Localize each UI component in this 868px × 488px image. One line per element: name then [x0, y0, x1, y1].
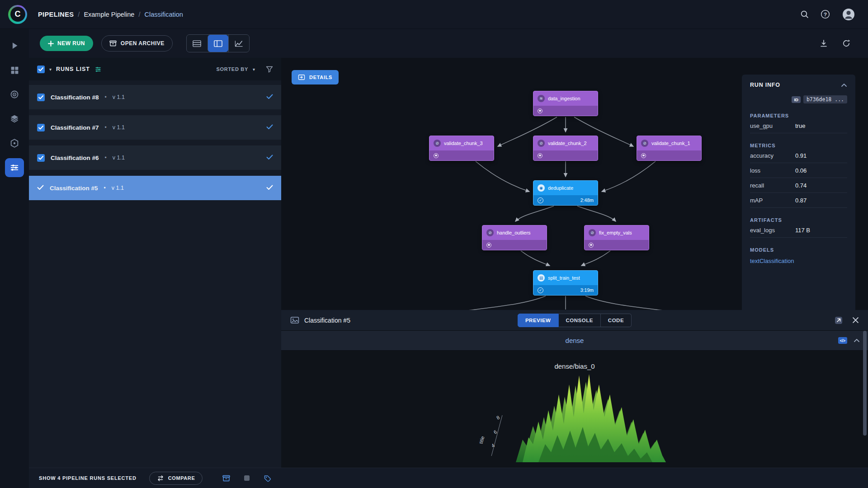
- data-ingestion-icon: ≋: [538, 95, 545, 102]
- run-checkbox[interactable]: [37, 154, 45, 162]
- new-run-button[interactable]: NEW RUN: [40, 36, 93, 51]
- help-icon[interactable]: ?: [821, 9, 830, 19]
- svg-text:?: ?: [824, 12, 827, 17]
- run-id-row: ID b736de18 ...: [750, 95, 847, 103]
- details-panel-icon: [298, 74, 305, 80]
- run-row-classification-8[interactable]: Classification #8 • v 1.1: [29, 85, 281, 109]
- nav-models-icon[interactable]: [5, 134, 24, 153]
- metric-group-header[interactable]: dense </>: [281, 331, 868, 351]
- nav-rail: [0, 29, 29, 488]
- logo-letter: C: [10, 7, 25, 22]
- plot-area[interactable]: dense/bias_0 8 6 4 title: [281, 351, 868, 468]
- bullet-separator: •: [105, 94, 107, 100]
- breadcrumb-project[interactable]: Example Pipeline: [84, 11, 134, 18]
- run-status-check-icon: [266, 123, 273, 131]
- dag-node-data-ingestion[interactable]: ≋data_ingestion: [533, 91, 598, 116]
- model-link[interactable]: textClassification: [750, 258, 847, 264]
- breadcrumb-separator: /: [138, 11, 140, 18]
- run-row-classification-6[interactable]: Classification #6 • v 1.1: [29, 145, 281, 170]
- details-button[interactable]: DETAILS: [292, 70, 339, 84]
- toolbar-right-actions: [819, 39, 857, 48]
- view-toggle-group: [186, 34, 250, 52]
- dag-node-validate-chunk-3[interactable]: ⊘validate_chunk_3: [429, 136, 494, 161]
- dag-node-deduplicate[interactable]: ◉deduplicate ✓2:48m: [533, 180, 598, 206]
- dag-node-handle-outliers[interactable]: ⊘handle_outliers: [482, 225, 547, 250]
- tag-action-icon[interactable]: [264, 474, 271, 482]
- nav-getting-started-icon[interactable]: [5, 36, 24, 55]
- node-runtime: 2:48m: [580, 197, 594, 203]
- archive-action-icon[interactable]: [222, 474, 230, 482]
- run-id-value[interactable]: b736de18 ...: [803, 95, 847, 103]
- code-toggle-icon[interactable]: </>: [838, 337, 847, 344]
- metric-value: 0.06: [795, 167, 807, 174]
- validate-icon: ⊘: [434, 140, 441, 147]
- metric-key: mAP: [750, 197, 795, 204]
- expand-panel-icon[interactable]: [834, 316, 843, 325]
- selection-status[interactable]: SHOW 4 PIPELINE RUNS SELECTED: [39, 475, 137, 481]
- surface-plot[interactable]: 8 6 4 title: [430, 372, 719, 462]
- selection-footer: SHOW 4 PIPELINE RUNS SELECTED COMPARE: [29, 468, 868, 488]
- open-archive-button[interactable]: OPEN ARCHIVE: [101, 35, 173, 52]
- footer-actions: [222, 474, 271, 482]
- node-runtime: 3:19m: [580, 287, 594, 293]
- node-label: validate_chunk_1: [651, 141, 690, 146]
- nav-projects-icon[interactable]: [5, 109, 24, 128]
- preview-panel-header: Classification #5 PREVIEW CONSOLE CODE: [281, 310, 868, 331]
- metric-key: loss: [750, 167, 795, 174]
- tab-preview[interactable]: PREVIEW: [518, 314, 559, 327]
- abort-action-icon[interactable]: [244, 475, 250, 481]
- status-cached-icon: [641, 153, 646, 158]
- run-checkbox[interactable]: [37, 124, 45, 131]
- node-label: validate_chunk_2: [548, 141, 587, 146]
- tab-code[interactable]: CODE: [601, 314, 632, 327]
- status-cached-icon: [589, 243, 594, 248]
- download-icon[interactable]: [819, 39, 828, 48]
- chart-view-icon[interactable]: [228, 35, 249, 52]
- axis-tick: 8: [495, 414, 501, 420]
- breadcrumb-pipeline[interactable]: Classification: [144, 11, 183, 18]
- pipeline-dag-canvas[interactable]: DETAILS ≋data_ingestion ⊘valid: [281, 58, 868, 310]
- breadcrumb-pipelines[interactable]: PIPELINES: [38, 11, 74, 18]
- node-label: handle_outliers: [497, 230, 531, 235]
- filter-icon[interactable]: [266, 66, 273, 73]
- sorted-by-caret-icon[interactable]: ▾: [253, 67, 255, 72]
- nav-datasets-icon[interactable]: [5, 61, 24, 80]
- dag-node-split-train-test[interactable]: ▤split_train_test ✓3:19m: [533, 270, 598, 296]
- handle-outliers-icon: ⊘: [486, 229, 494, 236]
- split-view-icon[interactable]: [208, 35, 228, 52]
- nav-hyperdatasets-icon[interactable]: [5, 85, 24, 104]
- tab-console[interactable]: CONSOLE: [558, 314, 600, 327]
- collapse-chevron-up-icon[interactable]: [841, 83, 847, 87]
- dag-node-validate-chunk-2[interactable]: ⊘validate_chunk_2: [533, 136, 598, 161]
- user-avatar[interactable]: [842, 8, 855, 21]
- auto-refresh-icon[interactable]: [842, 39, 851, 48]
- select-all-caret-icon[interactable]: ▾: [49, 67, 52, 72]
- diff-sort-icon[interactable]: [94, 66, 102, 73]
- status-cached-icon: [434, 153, 439, 158]
- run-name: Classification #7: [51, 124, 99, 131]
- run-row-classification-5-selected[interactable]: Classification #5 • v 1.1: [29, 176, 281, 200]
- collapse-section-chevron-icon[interactable]: [854, 338, 860, 343]
- breadcrumb-separator: /: [78, 11, 80, 18]
- dag-node-validate-chunk-1[interactable]: ⊘validate_chunk_1: [637, 136, 702, 161]
- select-all-checkbox[interactable]: [37, 66, 45, 73]
- bullet-separator: •: [104, 185, 106, 191]
- nav-pipelines-icon[interactable]: [5, 158, 24, 177]
- metric-row: accuracy 0.91: [750, 148, 847, 163]
- bullet-separator: •: [105, 155, 107, 161]
- close-icon[interactable]: [852, 317, 859, 324]
- dag-node-fix-empty-vals[interactable]: ⊘fix_empty_vals: [584, 225, 649, 250]
- run-row-classification-7[interactable]: Classification #7 • v 1.1: [29, 115, 281, 140]
- status-cached-icon: [538, 108, 542, 113]
- models-section-title: MODELS: [750, 247, 847, 253]
- compare-button[interactable]: COMPARE: [149, 472, 203, 485]
- runs-panel: ▾ RUNS LIST SORTED BY ▾ Classification #…: [29, 58, 281, 468]
- scrollbar-thumb[interactable]: [863, 331, 867, 436]
- clearml-logo-icon[interactable]: C: [8, 5, 27, 24]
- search-icon[interactable]: [800, 10, 809, 19]
- table-view-icon[interactable]: [187, 35, 208, 52]
- parameters-section-title: PARAMETERS: [750, 113, 847, 118]
- run-checkbox[interactable]: [37, 94, 45, 101]
- sorted-by-dropdown[interactable]: SORTED BY: [216, 66, 248, 72]
- metric-row: loss 0.06: [750, 163, 847, 178]
